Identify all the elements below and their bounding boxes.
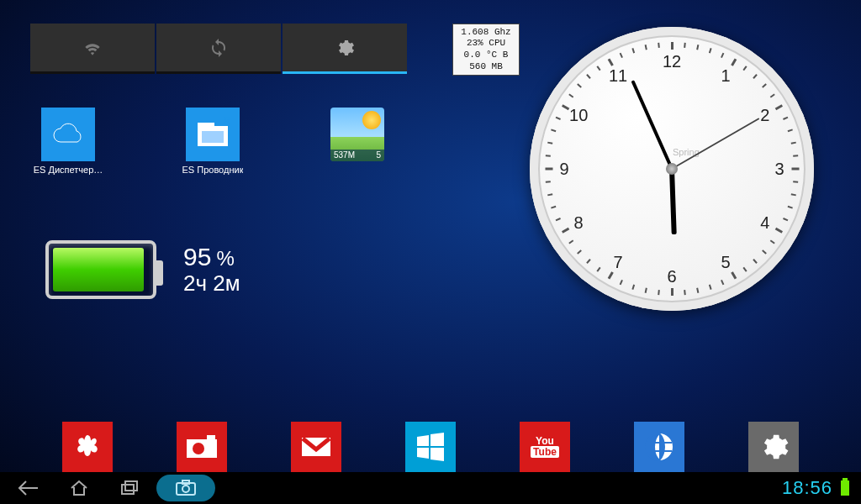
svg-rect-9: [125, 481, 137, 491]
app-es-taskmanager[interactable]: ES Диспетчер…: [30, 108, 106, 175]
clock-number: 4: [760, 213, 769, 233]
battery-percent: 95: [183, 243, 211, 272]
app-label: ES Диспетчер…: [34, 165, 103, 175]
clock-number: 2: [760, 106, 769, 125]
nav-recent[interactable]: [106, 472, 153, 504]
weather-memory: 537M: [334, 150, 355, 161]
app-label: ES Проводник: [182, 165, 244, 175]
battery-percent-sign: %: [216, 247, 234, 270]
battery-widget[interactable]: 95 % 2ч 2м: [45, 240, 240, 299]
back-icon: [18, 479, 40, 497]
quick-settings-bar: [30, 24, 407, 74]
battery-text: 95 % 2ч 2м: [183, 243, 240, 297]
gear-icon: [758, 431, 790, 463]
cpu-mem: 560 MB: [469, 61, 503, 73]
battery-time: 2ч 2м: [183, 271, 240, 297]
camera-icon: [185, 434, 219, 459]
dock-youtube[interactable]: You Tube: [520, 422, 570, 472]
recent-apps-icon: [119, 480, 140, 496]
windows-icon: [415, 431, 446, 463]
dock-camera[interactable]: [177, 422, 227, 472]
wifi-icon: [82, 39, 103, 57]
nav-screenshot[interactable]: [156, 475, 215, 501]
dock-gallery[interactable]: [62, 422, 113, 472]
cpu-temp: 0.0 °C B: [464, 50, 509, 61]
youtube-icon: You Tube: [531, 436, 559, 458]
dock-gmail[interactable]: [291, 422, 341, 472]
mail-icon: [299, 434, 333, 459]
dock-windows[interactable]: [405, 422, 456, 472]
clock-number: 9: [559, 160, 568, 179]
status-battery-icon: [841, 480, 849, 496]
svg-point-11: [182, 486, 189, 492]
dock: You Tube: [0, 422, 861, 472]
clock-number: 12: [663, 52, 681, 71]
second-hand: [672, 118, 760, 170]
app-row: ES Диспетчер… R ES Проводник 537M 5: [30, 108, 395, 175]
svg-point-5: [193, 443, 204, 454]
clock-number: 10: [569, 106, 588, 125]
clock-number: 5: [721, 252, 730, 271]
hour-hand: [669, 169, 677, 234]
clock-number: 6: [667, 267, 676, 286]
clock-number: 8: [574, 213, 584, 233]
svg-rect-1: [198, 123, 214, 129]
svg-rect-4: [207, 435, 215, 440]
analog-clock-widget[interactable]: Spring 123456789101112: [530, 27, 814, 311]
cpu-usage: 23% CPU: [467, 38, 505, 50]
dock-browser[interactable]: [634, 422, 684, 472]
cpu-monitor-widget[interactable]: 1.608 Ghz 23% CPU 0.0 °C B 560 MB: [452, 24, 520, 76]
cpu-freq: 1.608 Ghz: [461, 27, 510, 39]
globe-icon: [642, 430, 676, 464]
clock-number: 3: [774, 160, 784, 179]
clock-number: 1: [721, 66, 730, 86]
clock-number: 11: [609, 66, 627, 86]
folder-icon: R: [186, 108, 240, 161]
nav-home[interactable]: [55, 472, 103, 504]
clock-center-pin: [666, 163, 678, 175]
qs-wifi-tile[interactable]: [30, 24, 155, 74]
weather-count: 5: [376, 150, 381, 161]
weather-widget[interactable]: 537M 5: [320, 108, 395, 175]
clock-face: Spring 123456789101112: [530, 27, 814, 311]
weather-icon: 537M 5: [330, 108, 384, 161]
dock-settings[interactable]: [748, 422, 799, 472]
status-time: 18:56: [782, 477, 832, 499]
qs-sync-tile[interactable]: [156, 24, 281, 74]
nav-bar: 18:56: [0, 472, 861, 504]
svg-rect-8: [122, 485, 134, 494]
clock-number: 7: [613, 252, 622, 271]
nav-right[interactable]: 18:56: [782, 477, 861, 499]
svg-rect-2: [202, 131, 224, 143]
nav-back[interactable]: [5, 472, 52, 504]
battery-icon: [45, 240, 156, 299]
nav-left: [0, 472, 215, 504]
cloud-icon: [41, 108, 95, 161]
screenshot-icon: [175, 480, 197, 496]
flower-icon: [72, 432, 103, 462]
home-icon: [69, 479, 89, 497]
minute-hand: [631, 80, 673, 170]
app-es-explorer[interactable]: R ES Проводник: [175, 108, 251, 175]
sync-icon: [209, 38, 229, 58]
qs-brightness-tile[interactable]: [283, 24, 407, 74]
brightness-gear-icon: [335, 38, 355, 58]
